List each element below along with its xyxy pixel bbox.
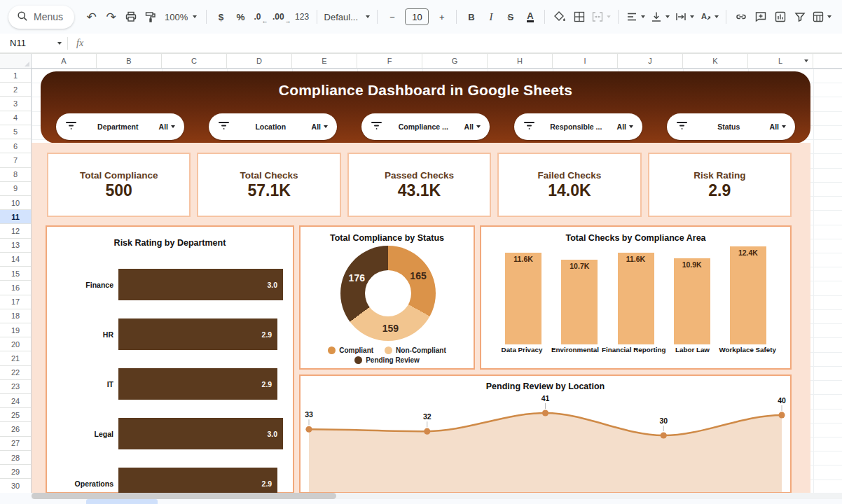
row-header-17[interactable]: 17	[0, 295, 31, 309]
row-header-20[interactable]: 20	[0, 337, 31, 351]
chart-total-checks-by-compliance-area[interactable]: Total Checks by Compliance Area 11.6K10.…	[480, 225, 792, 370]
vertical-align-button[interactable]	[648, 7, 672, 27]
column-header-F[interactable]: F	[357, 54, 422, 68]
column-header-I[interactable]: I	[553, 54, 618, 68]
insert-link-button[interactable]	[731, 7, 750, 27]
increase-font-size-button[interactable]: +	[432, 7, 451, 27]
filter-value[interactable]: All	[464, 122, 481, 131]
column-header-E[interactable]: E	[292, 54, 357, 68]
menus-button[interactable]: Menus	[8, 6, 74, 29]
zoom-select[interactable]: 100%	[160, 7, 201, 27]
row-header-3[interactable]: 3	[0, 97, 31, 111]
decrease-decimal-button[interactable]: .0←	[251, 7, 270, 27]
print-button[interactable]	[121, 7, 140, 27]
active-sheet-tab[interactable]	[86, 499, 158, 504]
decrease-font-size-button[interactable]: −	[382, 7, 401, 27]
borders-button[interactable]	[570, 7, 588, 27]
row-header-21[interactable]: 21	[0, 351, 31, 365]
paint-format-button[interactable]	[141, 7, 160, 27]
filter-slicer-status[interactable]: StatusAll	[667, 113, 795, 140]
filter-slicer-compliance----[interactable]: Compliance ...All	[361, 113, 490, 140]
font-select[interactable]: Defaul...	[322, 7, 373, 27]
create-filter-button[interactable]	[790, 7, 809, 27]
row-header-25[interactable]: 25	[0, 408, 31, 422]
bar: 3.0	[118, 269, 283, 300]
chart-pending-review-by-location[interactable]: 3332413040 Pending Review by Location	[299, 374, 792, 493]
row-header-9[interactable]: 9	[0, 182, 31, 196]
row-header-10[interactable]: 10	[0, 196, 31, 210]
horizontal-scrollbar[interactable]	[32, 493, 842, 499]
redo-button[interactable]: ↷	[102, 7, 120, 27]
insert-chart-button[interactable]	[771, 7, 789, 27]
merge-cells-button[interactable]	[589, 7, 613, 27]
row-header-11[interactable]: 11	[0, 210, 31, 224]
chart-total-compliance-by-status[interactable]: Total Compliance by Status 165159176 Com…	[299, 225, 475, 370]
column-header-C[interactable]: C	[162, 54, 227, 68]
filter-slicer-responsible----[interactable]: Responsible ...All	[514, 113, 642, 140]
strikethrough-button[interactable]: S	[501, 7, 520, 27]
column-header-L[interactable]: L	[748, 54, 813, 68]
more-formats-button[interactable]: 123	[293, 7, 312, 27]
filter-funnel-icon	[794, 10, 806, 23]
row-header-2[interactable]: 2	[0, 83, 31, 97]
font-size-input[interactable]: 10	[405, 8, 429, 25]
chevron-down-icon	[607, 15, 611, 18]
row-header-15[interactable]: 15	[0, 267, 31, 281]
column-header-D[interactable]: D	[227, 54, 292, 68]
format-percent-button[interactable]: %	[231, 7, 250, 27]
row-header-14[interactable]: 14	[0, 253, 31, 267]
horizontal-align-button[interactable]	[623, 7, 647, 27]
filter-value[interactable]: All	[312, 122, 328, 131]
row-header-22[interactable]: 22	[0, 366, 31, 380]
row-header-4[interactable]: 4	[0, 111, 31, 125]
increase-decimal-button[interactable]: .00→	[270, 7, 292, 27]
column-header-B[interactable]: B	[97, 54, 162, 68]
row-header-29[interactable]: 29	[0, 465, 31, 479]
scrollbar-thumb[interactable]	[32, 493, 336, 499]
format-currency-button[interactable]: $	[212, 7, 230, 27]
text-wrap-button[interactable]	[672, 7, 696, 27]
row-header-13[interactable]: 13	[0, 239, 31, 253]
table-tools-button[interactable]	[810, 7, 834, 27]
filter-value[interactable]: All	[617, 122, 633, 131]
row-header-28[interactable]: 28	[0, 451, 31, 465]
row-header-19[interactable]: 19	[0, 323, 31, 337]
row-header-23[interactable]: 23	[0, 380, 31, 394]
undo-button[interactable]: ↶	[82, 7, 101, 27]
text-rotation-button[interactable]: A	[697, 7, 721, 27]
column-header-G[interactable]: G	[422, 54, 488, 68]
italic-button[interactable]: I	[481, 7, 500, 27]
row-header-16[interactable]: 16	[0, 281, 31, 295]
row-header-6[interactable]: 6	[0, 139, 31, 153]
text-color-button[interactable]: A	[520, 7, 539, 27]
chart-risk-rating-by-department[interactable]: Risk Rating by Department Finance3.0HR2.…	[46, 225, 294, 493]
spreadsheet-grid[interactable]: Compliance Dashboard in Google Sheets De…	[32, 69, 842, 493]
insert-comment-button[interactable]	[751, 7, 770, 27]
bold-button[interactable]: B	[462, 7, 481, 27]
row-header-12[interactable]: 12	[0, 224, 31, 238]
column-header-K[interactable]: K	[683, 54, 748, 68]
fill-color-button[interactable]	[550, 7, 569, 27]
column-dropdown-icon[interactable]	[804, 59, 808, 62]
row-header-7[interactable]: 7	[0, 153, 31, 167]
filter-icon	[523, 120, 535, 133]
filter-value[interactable]: All	[159, 122, 175, 131]
name-box[interactable]: N11	[0, 38, 67, 48]
column-header-A[interactable]: A	[32, 54, 97, 68]
select-all-corner[interactable]	[0, 54, 32, 68]
row-header-26[interactable]: 26	[0, 422, 31, 436]
row-header-27[interactable]: 27	[0, 437, 31, 451]
toolbar: Menus ↶ ↷ 100% $ % .0← .00→ 123 Defaul..…	[0, 0, 842, 34]
row-header-8[interactable]: 8	[0, 168, 31, 182]
column-header-H[interactable]: H	[488, 54, 553, 68]
row-header-18[interactable]: 18	[0, 309, 31, 323]
row-header-30[interactable]: 30	[0, 479, 31, 493]
filter-slicer-department[interactable]: DepartmentAll	[56, 113, 184, 140]
filter-slicer-location[interactable]: LocationAll	[209, 113, 337, 140]
row-header-1[interactable]: 1	[0, 69, 31, 83]
column-header-J[interactable]: J	[618, 54, 683, 68]
legend-swatch-icon	[328, 346, 336, 354]
row-header-5[interactable]: 5	[0, 125, 31, 139]
row-header-24[interactable]: 24	[0, 394, 31, 408]
filter-value[interactable]: All	[770, 122, 786, 131]
